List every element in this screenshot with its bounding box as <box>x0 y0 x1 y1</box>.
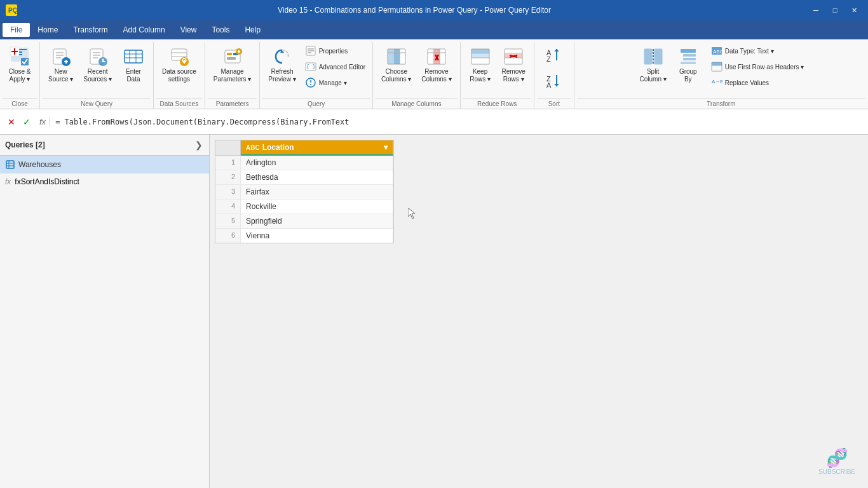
menu-add-column[interactable]: Add Column <box>116 23 173 37</box>
sidebar-header: Queries [2] ❯ <box>0 135 209 156</box>
svg-rect-35 <box>227 53 232 55</box>
menu-view[interactable]: View <box>173 23 205 37</box>
new-query-group-label: New Query <box>43 98 151 109</box>
menu-tools[interactable]: Tools <box>204 23 237 37</box>
cell-1-0[interactable]: Bethesda <box>241 170 393 184</box>
sort-desc-button[interactable]: Z A <box>538 69 570 95</box>
enter-data-label: EnterData <box>126 68 141 83</box>
enter-data-icon <box>123 46 144 67</box>
window-title: Video 15 - Combinations and Permutations… <box>22 6 807 15</box>
table-row: 2 Bethesda <box>215 170 393 185</box>
remove-columns-button[interactable]: RemoveColumns ▾ <box>417 43 456 94</box>
cell-5-0[interactable]: Vienna <box>241 229 393 243</box>
choose-columns-button[interactable]: ChooseColumns ▾ <box>377 43 416 94</box>
cell-0-0[interactable]: Arlington <box>241 156 393 170</box>
col-filter-dropdown[interactable]: ▾ <box>384 143 388 152</box>
collapse-sidebar-button[interactable]: ❯ <box>194 139 204 151</box>
replace-values-icon: A→B <box>711 77 722 88</box>
properties-icon <box>305 45 316 57</box>
row-number-1: 1 <box>215 156 241 170</box>
ribbon: Close &Apply ▾ Close Ne <box>0 39 868 109</box>
minimize-button[interactable]: ─ <box>807 4 825 17</box>
use-first-row-label: Use First Row as Headers ▾ <box>725 64 804 71</box>
svg-rect-65 <box>471 54 489 58</box>
group-by-button[interactable]: GroupBy <box>672 43 704 94</box>
query-group-label: Query <box>262 98 370 109</box>
query-small-group: Properties { } Advanced Editor Manag <box>302 43 369 90</box>
column-header-location[interactable]: ABC Location ▾ <box>241 140 393 156</box>
split-column-button[interactable]: SplitColumn ▾ <box>635 43 671 94</box>
manage-icon <box>305 77 316 88</box>
data-type-button[interactable]: ABC Data Type: Text ▾ <box>708 43 807 58</box>
remove-rows-button[interactable]: RemoveRows ▾ <box>498 43 530 94</box>
query-item-warehouses[interactable]: Warehouses <box>0 156 209 173</box>
fx-query-icon: fx <box>5 177 11 186</box>
close-button[interactable]: ✕ <box>845 4 863 17</box>
enter-data-button[interactable]: EnterData <box>118 43 149 94</box>
data-source-settings-button[interactable]: Data sourcesettings <box>158 43 201 94</box>
main-canvas: ABC Location ▾ 1 Arlington 2 Bethesda 3 … <box>210 135 868 488</box>
ribbon-group-reduce-rows: KeepRows ▾ RemoveRows ▾ Reduce Rows <box>461 42 534 109</box>
sort-small-group: A Z Z A <box>538 43 570 95</box>
refresh-preview-button[interactable]: RefreshPreview ▾ <box>264 43 300 94</box>
manage-parameters-button[interactable]: ManageParameters ▾ <box>209 43 255 94</box>
manage-button[interactable]: Manage ▾ <box>302 75 369 90</box>
keep-rows-label: KeepRows ▾ <box>470 68 491 83</box>
ribbon-group-parameters: ManageParameters ▾ Parameters <box>205 42 260 109</box>
table-row: 3 Fairfax <box>215 185 393 200</box>
refresh-preview-label: RefreshPreview ▾ <box>268 68 295 83</box>
svg-rect-83 <box>681 49 696 53</box>
new-source-icon <box>51 46 71 67</box>
use-first-row-button[interactable]: Use First Row as Headers ▾ <box>708 59 807 74</box>
keep-rows-button[interactable]: KeepRows ▾ <box>465 43 496 94</box>
cell-2-0[interactable]: Fairfax <box>241 185 393 199</box>
advanced-editor-icon: { } <box>305 61 316 72</box>
content-area: Queries [2] ❯ Warehouses fx fxSortAndIsD… <box>0 135 868 488</box>
close-apply-label: Close &Apply ▾ <box>8 68 31 83</box>
menu-home[interactable]: Home <box>30 23 65 37</box>
new-source-button[interactable]: NewSource ▾ <box>44 43 78 94</box>
sidebar: Queries [2] ❯ Warehouses fx fxSortAndIsD… <box>0 135 210 488</box>
row-number-2: 2 <box>215 170 241 184</box>
reduce-rows-group-label: Reduce Rows <box>463 98 531 109</box>
powerquery-icon: PQ <box>6 4 17 16</box>
window-controls[interactable]: ─ □ ✕ <box>807 4 863 17</box>
formula-confirm-button[interactable]: ✓ <box>20 116 33 128</box>
query-item-fx[interactable]: fx fxSortAndIsDistinct <box>0 173 209 190</box>
close-apply-icon <box>10 46 30 67</box>
remove-columns-icon <box>426 46 447 67</box>
remove-rows-icon <box>503 46 524 67</box>
svg-rect-93 <box>6 161 14 168</box>
formula-cancel-button[interactable]: ✕ <box>5 116 18 128</box>
formula-input[interactable] <box>55 118 863 126</box>
query-name-warehouses: Warehouses <box>18 160 61 169</box>
close-group-label: Close <box>3 98 37 109</box>
menu-file[interactable]: File <box>3 23 30 37</box>
cell-4-0[interactable]: Springfield <box>241 214 393 228</box>
data-type-label: Data Type: Text ▾ <box>725 48 774 55</box>
menu-help[interactable]: Help <box>237 23 268 37</box>
maximize-button[interactable]: □ <box>826 4 844 17</box>
table-row: 1 Arlington <box>215 156 393 170</box>
use-first-row-icon <box>711 61 722 72</box>
svg-rect-86 <box>681 62 696 64</box>
svg-marker-97 <box>408 208 415 219</box>
row-number-3: 3 <box>215 185 241 199</box>
close-apply-button[interactable]: Close &Apply ▾ <box>4 43 36 94</box>
refresh-preview-icon <box>272 46 292 67</box>
sort-asc-button[interactable]: A Z <box>538 43 570 69</box>
recent-sources-button[interactable]: RecentSources ▾ <box>79 43 116 94</box>
grid-header-row: ABC Location ▾ <box>215 140 393 156</box>
svg-rect-84 <box>683 54 696 57</box>
cell-3-0[interactable]: Rockville <box>241 200 393 214</box>
menu-transform[interactable]: Transform <box>65 23 115 37</box>
title-bar: PQ Video 15 - Combinations and Permutati… <box>0 0 868 20</box>
svg-rect-85 <box>683 58 696 60</box>
recent-sources-icon <box>88 46 108 67</box>
advanced-editor-button[interactable]: { } Advanced Editor <box>302 59 369 74</box>
replace-values-button[interactable]: A→B Replace Values <box>708 75 807 90</box>
row-number-5: 5 <box>215 214 241 228</box>
properties-button[interactable]: Properties <box>302 43 369 58</box>
data-source-settings-label: Data sourcesettings <box>162 68 196 83</box>
recent-sources-label: RecentSources ▾ <box>83 68 111 83</box>
